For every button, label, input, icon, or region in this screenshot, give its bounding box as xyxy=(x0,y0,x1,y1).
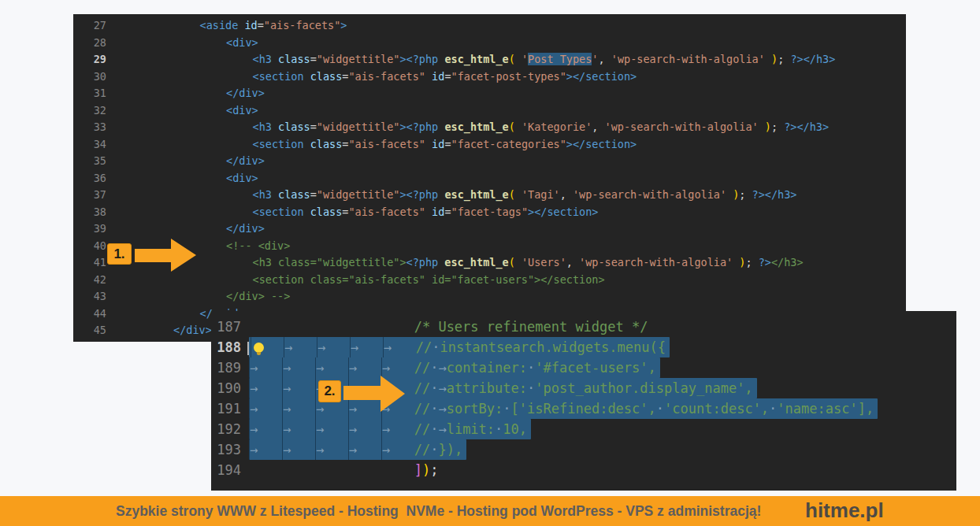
code-token: "ais-facets" xyxy=(348,70,425,83)
code-token: ·→ xyxy=(430,360,446,376)
indent-guide: → xyxy=(249,398,282,419)
footer-slogan: Szybkie strony WWW z Litespeed - Hosting… xyxy=(116,496,761,526)
code-token: ' xyxy=(522,53,528,65)
line-number[interactable]: 190 xyxy=(211,378,241,398)
code-line-193[interactable]: 193→→→→→//·}), xyxy=(211,439,956,460)
code-token: id xyxy=(425,138,444,150)
lightbulb-icon[interactable] xyxy=(254,343,264,353)
line-number[interactable]: 194 xyxy=(211,460,241,480)
code-token: <h3 xyxy=(253,120,279,133)
code-token: </div> xyxy=(226,154,265,167)
code-token: ?></h3> xyxy=(784,120,829,133)
line-number[interactable]: 32 xyxy=(73,102,106,120)
line-number[interactable]: 44 xyxy=(73,306,106,323)
text-cursor xyxy=(247,342,249,355)
indent-guide: → xyxy=(282,378,315,398)
code-token: "ais-facets" xyxy=(348,206,425,218)
code-line-187[interactable]: 187/* Users refinement widget */ xyxy=(211,317,956,337)
code-token: sortBy: xyxy=(447,401,503,417)
code-line-27[interactable]: 27<aside id="ais-facets"> xyxy=(73,17,906,35)
code-text: <aside id="ais-facets"> xyxy=(121,17,347,35)
line-number[interactable]: 30 xyxy=(73,69,106,86)
line-number[interactable]: 34 xyxy=(73,136,106,154)
code-token: <h3 xyxy=(253,53,279,65)
code-line-39[interactable]: 39</div> xyxy=(73,220,906,238)
code-token: attribute: xyxy=(447,380,527,396)
code-line-31[interactable]: 31</div> xyxy=(73,85,906,102)
code-line-29[interactable]: 29<h3 class="widgettitle"><?php esc_html… xyxy=(73,51,906,69)
code-token: <h3 class="widgettitle"> xyxy=(253,256,406,269)
line-number[interactable]: 38 xyxy=(73,204,106,221)
code-token: ; xyxy=(771,120,784,133)
code-line-43[interactable]: 43</div> --> xyxy=(73,288,906,306)
line-number[interactable]: 31 xyxy=(73,85,106,102)
line-number[interactable]: 28 xyxy=(73,35,106,52)
line-number[interactable]: 45 xyxy=(73,322,106,339)
line-number[interactable]: 40 xyxy=(73,238,106,255)
code-line-188[interactable]: 188→→→→//·instantsearch.widgets.menu({ xyxy=(211,337,956,357)
code-text: <section class="ais-facets" id="facet-ta… xyxy=(121,204,598,221)
code-line-32[interactable]: 32<div> xyxy=(73,102,906,120)
code-line-28[interactable]: 28<div> xyxy=(73,35,906,52)
code-line-38[interactable]: 38<section class="ais-facets" id="facet-… xyxy=(73,204,906,221)
indent-guide: → xyxy=(282,398,315,419)
code-text: <section class="ais-facets" id="facet-ca… xyxy=(121,136,637,154)
code-token xyxy=(726,188,733,201)
code-line-41[interactable]: 41<h3 class="widgettitle"><?php esc_html… xyxy=(73,254,906,272)
line-number[interactable]: 29 xyxy=(73,51,106,69)
line-number[interactable]: 37 xyxy=(73,187,106,204)
line-number[interactable]: 192 xyxy=(211,419,241,439)
code-token: ?></h3> xyxy=(752,188,797,201)
code-line-37[interactable]: 37<h3 class="widgettitle"><?php esc_html… xyxy=(73,187,906,204)
line-number[interactable]: 193 xyxy=(211,439,241,460)
code-token: 'name:asc'], xyxy=(777,401,874,417)
code-line-42[interactable]: 42<section class="ais-facets" id="facet-… xyxy=(73,272,906,289)
code-token: </div> xyxy=(173,324,212,336)
code-token: id xyxy=(425,206,444,218)
indent-guide: → xyxy=(282,419,315,439)
hitme-logo[interactable]: hitme.pl xyxy=(805,496,884,524)
code-token: 'Tagi' xyxy=(515,188,560,201)
code-token: · xyxy=(656,401,664,417)
code-token: <div> xyxy=(226,36,258,49)
code-text: <h3 class="widgettitle"><?php esc_html_e… xyxy=(121,254,804,272)
code-token: "facet-post-types" xyxy=(451,70,566,83)
code-line-35[interactable]: 35</div> xyxy=(73,153,906,170)
code-token: esc_html_e xyxy=(444,53,508,65)
code-line-192[interactable]: 192→→→→→//·→limit:·10, xyxy=(211,419,956,439)
code-line-30[interactable]: 30<section class="ais-facets" id="facet-… xyxy=(73,69,906,86)
code-token: // xyxy=(416,339,432,355)
code-token: esc_html_e xyxy=(444,188,508,201)
line-number[interactable]: 36 xyxy=(73,170,106,187)
code-token: = xyxy=(444,70,451,83)
line-number[interactable]: 189 xyxy=(211,357,241,378)
code-token: · xyxy=(527,360,535,376)
code-line-33[interactable]: 33<h3 class="widgettitle"><?php esc_html… xyxy=(73,119,906,136)
line-number[interactable]: 43 xyxy=(73,288,106,306)
code-token: 'wp-search-with-algolia' xyxy=(611,53,765,65)
line-number[interactable]: 27 xyxy=(73,17,106,35)
code-token: = xyxy=(310,120,317,133)
code-token: // xyxy=(414,421,430,437)
arrow-head xyxy=(380,376,405,412)
indent-guide: → xyxy=(249,439,282,460)
code-token: </div> xyxy=(226,87,265,99)
code-line-36[interactable]: 36<div> xyxy=(73,170,906,187)
code-token: id xyxy=(425,70,444,83)
line-number[interactable]: 188 xyxy=(211,337,241,357)
code-line-40[interactable]: 40<!-- <div> xyxy=(73,238,906,255)
line-number[interactable]: 191 xyxy=(211,398,241,419)
code-token: "ais-facets" xyxy=(264,19,341,31)
line-number[interactable]: 187 xyxy=(211,317,241,337)
line-number[interactable]: 33 xyxy=(73,119,106,136)
code-line-34[interactable]: 34<section class="ais-facets" id="facet-… xyxy=(73,136,906,154)
code-line-189[interactable]: 189→→→→→//·→container:·'#facet-users', xyxy=(211,357,956,378)
code-text: </div> xyxy=(121,220,265,238)
line-number[interactable]: 42 xyxy=(73,272,106,289)
step-2-label: 2. xyxy=(318,380,341,402)
line-number[interactable]: 41 xyxy=(73,254,106,272)
code-line-194[interactable]: 194]); xyxy=(211,460,956,480)
line-number[interactable]: 39 xyxy=(73,220,106,238)
code-token: · xyxy=(495,421,503,437)
line-number[interactable]: 35 xyxy=(73,153,106,170)
